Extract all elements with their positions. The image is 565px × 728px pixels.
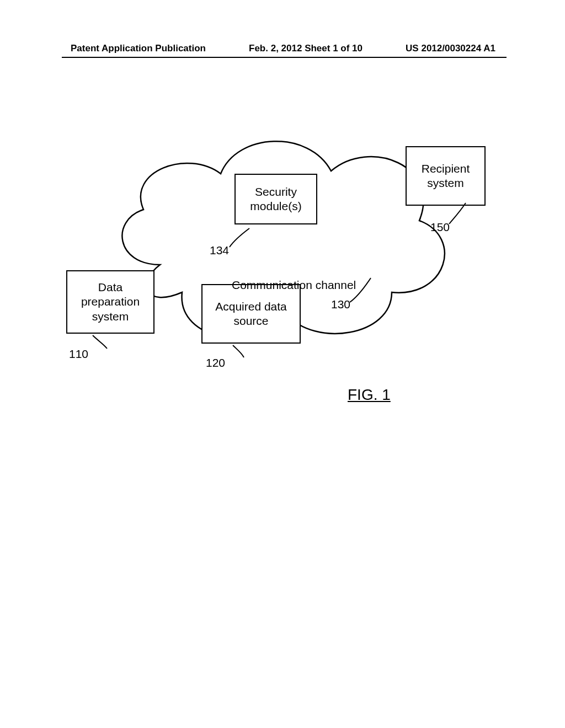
figure-label-text: FIG. 1	[348, 386, 391, 403]
header-left: Patent Application Publication	[71, 43, 206, 54]
header-right: US 2012/0030224 A1	[406, 43, 495, 54]
box-acquired-data-source: Acquired data source	[201, 284, 301, 344]
box-label: Security module(s)	[250, 185, 301, 214]
page-header: Patent Application Publication Feb. 2, 2…	[0, 43, 565, 54]
figure-label: FIG. 1	[348, 386, 391, 404]
refnum: 120	[206, 356, 225, 369]
lead-150: 150	[430, 221, 450, 234]
box-label: Acquired data source	[215, 299, 287, 329]
refnum: 110	[69, 347, 88, 360]
figure-1: Data preparation system Acquired data so…	[72, 88, 491, 441]
cloud-label-text: Communication channel	[232, 279, 356, 291]
box-label: Recipient system	[422, 162, 470, 191]
box-recipient-system: Recipient system	[406, 146, 486, 206]
refnum: 134	[210, 244, 229, 256]
lead-110: 110	[69, 347, 88, 361]
lead-134: 134	[210, 244, 229, 257]
box-label: Data preparation system	[81, 280, 140, 324]
refnum: 150	[430, 221, 450, 233]
header-rule	[62, 57, 507, 58]
box-data-preparation-system: Data preparation system	[66, 270, 154, 334]
lead-120: 120	[206, 356, 225, 370]
lead-130: 130	[331, 298, 350, 311]
box-security-modules: Security module(s)	[234, 174, 317, 224]
header-center: Feb. 2, 2012 Sheet 1 of 10	[249, 43, 363, 54]
cloud-label: Communication channel	[232, 279, 356, 292]
